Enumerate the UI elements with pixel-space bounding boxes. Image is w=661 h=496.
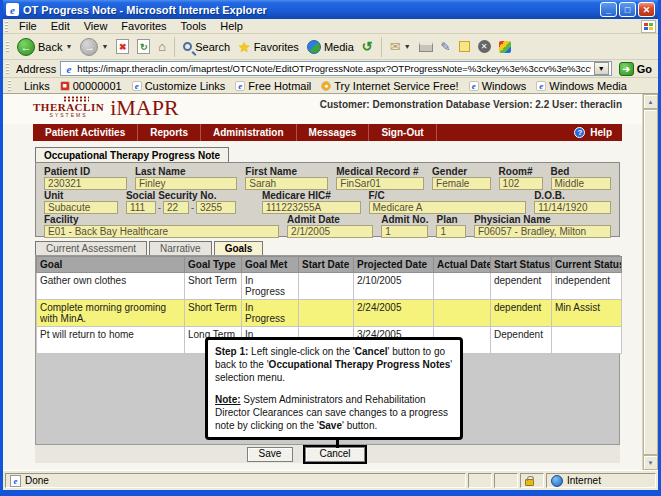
print-button[interactable] xyxy=(416,42,436,52)
link-customize-links[interactable]: e Customize Links xyxy=(132,80,226,92)
field-value[interactable]: 111223255A xyxy=(262,201,361,214)
media-button[interactable]: Media xyxy=(304,40,357,54)
home-button[interactable]: ⌂ xyxy=(155,40,169,53)
nav-sign-out[interactable]: Sign-Out xyxy=(369,124,436,141)
cell-start-status[interactable]: dependent xyxy=(491,300,552,327)
link-windows-media[interactable]: e Windows Media xyxy=(536,80,627,92)
edit-button[interactable]: ✎ xyxy=(438,40,454,54)
link-00000001[interactable]: ■ 00000001 xyxy=(60,80,122,92)
cell-start-date[interactable] xyxy=(299,300,354,327)
cell-start-status[interactable]: Dependent xyxy=(491,327,552,354)
cell-start-date[interactable] xyxy=(299,273,354,300)
cell-goal[interactable]: Gather own clothes xyxy=(37,273,185,300)
ssn-part-2[interactable]: 22 xyxy=(163,201,189,214)
field-value[interactable]: Female xyxy=(432,177,491,190)
back-dropdown-icon[interactable]: ▼ xyxy=(65,43,72,50)
address-dropdown-icon[interactable]: ▼ xyxy=(594,62,609,75)
cell-start-status[interactable]: dependent xyxy=(491,273,552,300)
nav-reports[interactable]: Reports xyxy=(138,124,201,141)
cancel-button[interactable]: Cancel xyxy=(305,447,365,462)
back-button[interactable]: ← Back ▼ xyxy=(14,38,75,56)
cell-goal[interactable]: Pt will return to home xyxy=(37,327,185,354)
menubar-grip[interactable] xyxy=(5,21,8,32)
tab-goals[interactable]: Goals xyxy=(214,241,264,255)
search-button[interactable]: Search xyxy=(180,41,233,53)
link-try-internet-service[interactable]: ● Try Internet Service Free! xyxy=(321,80,458,92)
cell-current-status[interactable]: independent xyxy=(552,273,622,300)
field-value[interactable]: Middle xyxy=(551,177,611,190)
field-value[interactable]: Sarah xyxy=(245,177,328,190)
linksbar-grip[interactable] xyxy=(8,80,11,91)
field-value[interactable]: 230321 xyxy=(44,177,127,190)
field-value[interactable]: Finley xyxy=(135,177,237,190)
ssn-part-1[interactable]: 111 xyxy=(126,201,156,214)
scroll-down-icon[interactable]: ▼ xyxy=(643,455,658,470)
maximize-button[interactable]: □ xyxy=(619,2,636,17)
nav-messages[interactable]: Messages xyxy=(297,124,370,141)
menu-favorites[interactable]: Favorites xyxy=(115,19,172,33)
nav-help[interactable]: ? Help xyxy=(564,127,622,138)
mail-button[interactable]: ✉ ▼ xyxy=(387,39,414,54)
addressbar-grip[interactable] xyxy=(6,63,9,74)
menu-edit[interactable]: Edit xyxy=(45,19,76,33)
minimize-button[interactable]: _ xyxy=(600,2,617,17)
cell-current-status[interactable] xyxy=(552,327,622,354)
field-value[interactable]: 1 xyxy=(381,225,428,238)
field-value[interactable]: 1 xyxy=(436,225,465,238)
field-value[interactable]: Medicare A xyxy=(369,201,527,214)
scrollbar-thumb[interactable] xyxy=(643,109,658,455)
discuss-button[interactable] xyxy=(456,41,473,52)
scroll-up-icon[interactable]: ▲ xyxy=(643,94,658,109)
nav-patient-activities[interactable]: Patient Activities xyxy=(33,124,138,141)
cell-current-status[interactable]: Min Assist xyxy=(552,300,622,327)
forward-button[interactable]: → ▼ xyxy=(77,38,111,56)
first-name-field: First Name Sarah xyxy=(245,166,328,190)
field-value[interactable]: E01 - Back Bay Healthcare xyxy=(44,225,279,238)
field-value[interactable]: Subacute xyxy=(44,201,118,214)
table-row-selected[interactable]: Complete morning grooming with MinA. Sho… xyxy=(37,300,622,327)
cell-projected-date[interactable]: 2/10/2005 xyxy=(354,273,434,300)
cell-actual-date[interactable] xyxy=(434,273,491,300)
cell-goal-met[interactable]: In Progress xyxy=(242,273,299,300)
menu-file[interactable]: File xyxy=(13,19,43,33)
nav-administration[interactable]: Administration xyxy=(201,124,297,141)
messenger-button[interactable]: ✕ xyxy=(475,40,494,53)
field-value[interactable]: FinSar01 xyxy=(336,177,424,190)
address-input[interactable] xyxy=(77,63,590,74)
msn-button[interactable] xyxy=(496,41,514,53)
field-label: Physician Name xyxy=(474,214,611,225)
close-button[interactable]: ✕ xyxy=(638,2,655,17)
stop-button[interactable]: ✖ xyxy=(113,39,132,54)
menu-tools[interactable]: Tools xyxy=(175,19,213,33)
vertical-scrollbar[interactable]: ▲ ▼ xyxy=(642,94,658,470)
menu-help[interactable]: Help xyxy=(214,19,249,33)
ssn-part-3[interactable]: 3255 xyxy=(196,201,236,214)
ssn-separator: - xyxy=(191,203,194,213)
cell-projected-date[interactable]: 2/24/2005 xyxy=(354,300,434,327)
ssn-separator: - xyxy=(158,203,161,213)
save-button[interactable]: Save xyxy=(247,447,293,462)
field-value[interactable]: 11/14/1920 xyxy=(534,201,611,214)
cell-actual-date[interactable] xyxy=(434,300,491,327)
tab-current-assessment[interactable]: Current Assessment xyxy=(35,241,147,255)
refresh-button[interactable]: ↻ xyxy=(134,39,153,54)
tab-narrative[interactable]: Narrative xyxy=(149,241,212,255)
cell-goal-type[interactable]: Short Term xyxy=(185,300,242,327)
history-button[interactable]: ↺ xyxy=(359,39,376,54)
mail-dropdown-icon[interactable]: ▼ xyxy=(404,43,411,50)
link-windows[interactable]: e Windows xyxy=(469,80,527,92)
table-row[interactable]: Gather own clothes Short Term In Progres… xyxy=(37,273,622,300)
cell-goal-met[interactable]: In Progress xyxy=(242,300,299,327)
cell-goal[interactable]: Complete morning grooming with MinA. xyxy=(37,300,185,327)
cell-goal-type[interactable]: Short Term xyxy=(185,273,242,300)
title-bar[interactable]: e OT Progress Note - Microsoft Internet … xyxy=(3,0,658,19)
field-value[interactable]: 102 xyxy=(499,177,543,190)
go-button[interactable]: ➔ Go xyxy=(616,62,655,76)
favorites-button[interactable]: ★ Favorites xyxy=(235,39,302,55)
field-value[interactable]: 2/1/2005 xyxy=(287,225,373,238)
field-value[interactable]: F06057 - Bradley, Milton xyxy=(474,225,611,238)
toolbar-grip[interactable] xyxy=(6,41,9,52)
forward-dropdown-icon[interactable]: ▼ xyxy=(101,43,108,50)
menu-view[interactable]: View xyxy=(78,19,114,33)
link-free-hotmail[interactable]: e Free Hotmail xyxy=(235,80,311,92)
